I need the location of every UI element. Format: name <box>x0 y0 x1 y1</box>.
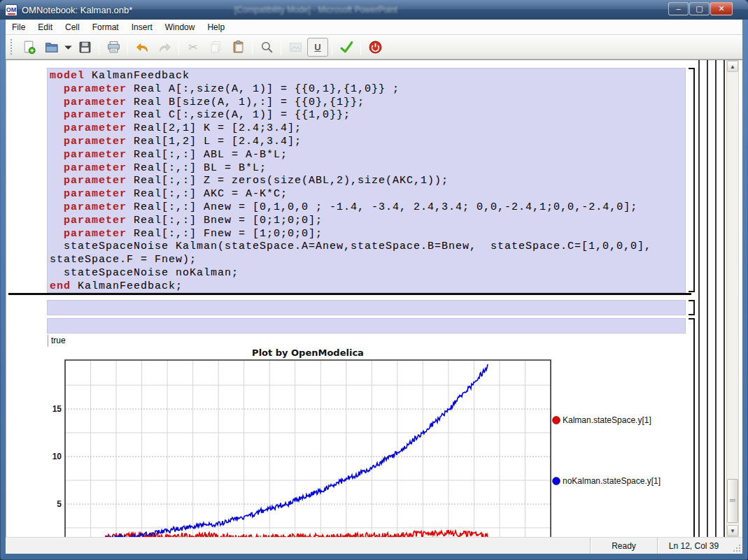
code-line: parameter Real C[:,size(A, 1)] = {{1,0}}… <box>50 109 685 122</box>
toolbar-grip-handle[interactable] <box>10 38 13 55</box>
toolbar-separator <box>99 38 99 55</box>
evaluate-button[interactable] <box>336 38 357 57</box>
new-cell-button[interactable] <box>18 38 39 57</box>
stop-button[interactable] <box>365 38 386 57</box>
open-folder-icon <box>44 40 59 55</box>
resize-grip[interactable] <box>730 541 742 554</box>
code-line: parameter Real[:,:] Z = zeros(size(ABL,2… <box>50 175 685 188</box>
copy-button[interactable] <box>205 38 226 57</box>
plot-command: plot({Kalman.stateSpace.y[1],noKalman.st… <box>78 332 463 333</box>
code-cell[interactable]: model KalmanFeedback parameter Real A[:,… <box>47 68 686 293</box>
simulate-cell[interactable]: simulate(KalmanFeedback,stopTime=3) <box>47 300 686 315</box>
y-tick-label: 5 <box>57 499 62 509</box>
toolbar-separator <box>360 38 361 55</box>
plot-svg: 51015Plot by OpenModelicaKalman.stateSpa… <box>48 347 689 537</box>
y-tick-label: 15 <box>52 404 62 414</box>
toolbar-separator <box>252 38 253 55</box>
code-line: parameter Real[:,:] Fnew = [1;0;0;0]; <box>50 228 685 241</box>
power-icon <box>368 40 383 55</box>
y-tick-label: 10 <box>52 452 62 461</box>
save-icon <box>78 40 92 55</box>
underline-button[interactable]: U <box>307 38 328 57</box>
cut-button[interactable]: ✂ <box>183 38 204 57</box>
code-line: parameter Real[:,:] AKC = A-K*C; <box>50 188 685 201</box>
toolbar-separator <box>332 38 332 55</box>
open-notebook-button[interactable] <box>41 38 62 57</box>
window-title: OMNotebook: Kalman.onb* <box>22 5 132 15</box>
status-bar: Ready Ln 12, Col 39 <box>6 537 742 554</box>
code-line: stateSpaceNoise Kalman(stateSpace.A=Anew… <box>50 240 685 254</box>
cell-cursor-line <box>8 293 691 295</box>
code-line: parameter Real B[size(A, 1),:] = {{0},{1… <box>50 96 685 110</box>
undo-button[interactable] <box>132 38 153 57</box>
underline-icon: U <box>314 42 320 52</box>
paste-button[interactable] <box>227 38 248 57</box>
group-bracket-line <box>707 60 708 537</box>
paste-icon <box>231 40 246 55</box>
image-icon <box>288 40 303 55</box>
scroll-up-button[interactable]: ▲ <box>727 61 738 72</box>
menu-item-format[interactable]: Format <box>86 21 125 34</box>
search-button[interactable] <box>256 38 277 57</box>
toolbar-separator <box>127 38 128 55</box>
check-icon <box>339 40 354 55</box>
code-line: parameter Real[2,1] K = [2.4;3.4]; <box>50 122 685 136</box>
group-bracket-line <box>698 60 700 537</box>
code-line: parameter Real[:,:] Anew = [0,1,0,0 ; -1… <box>50 201 685 215</box>
code-line: parameter Real[:,:] BL = B*L; <box>50 162 685 175</box>
window-titlebar[interactable]: OM OMNotebook: Kalman.onb* [Compatibilit… <box>0 0 748 20</box>
legend-marker <box>553 417 560 424</box>
status-cursor-position: Ln 12, Col 39 <box>657 538 730 554</box>
menu-item-file[interactable]: File <box>6 21 31 34</box>
menu-item-help[interactable]: Help <box>201 21 231 34</box>
scroll-down-button[interactable]: ▼ <box>727 525 738 536</box>
legend-marker <box>553 478 560 485</box>
maximize-button[interactable]: ▢ <box>689 2 710 15</box>
close-button[interactable]: ✕ <box>710 2 733 15</box>
simulate-cell-bracket[interactable] <box>689 300 695 315</box>
menu-bar: FileEditCellFormatInsertWindowHelp <box>6 20 742 35</box>
plot-group-bracket[interactable] <box>689 318 695 537</box>
code-cell-bracket[interactable] <box>689 68 695 292</box>
menu-item-window[interactable]: Window <box>159 21 202 34</box>
redo-button[interactable] <box>154 38 175 57</box>
copy-icon <box>209 40 223 55</box>
code-line: parameter Real[:,:] ABL = A-B*L; <box>50 149 685 162</box>
code-line: parameter Real[1,2] L = [2.4,3.4]; <box>50 136 685 149</box>
search-icon <box>260 40 274 55</box>
legend-label: Kalman.stateSpace.y[1] <box>563 415 651 425</box>
code-line: model KalmanFeedback <box>50 70 685 83</box>
app-icon: OM <box>5 4 17 16</box>
status-ready: Ready <box>590 538 657 554</box>
background-window-title: [Compatibility Mode] - Microsoft PowerPo… <box>234 5 397 15</box>
save-button[interactable] <box>74 38 95 57</box>
code-line: parameter Real A[:,size(A, 1)] = {{0,1},… <box>50 83 685 96</box>
toolbar: ✂U <box>6 35 742 59</box>
app-window: OM OMNotebook: Kalman.onb* [Compatibilit… <box>0 0 748 560</box>
menu-item-insert[interactable]: Insert <box>125 21 159 34</box>
code-line: stateSpace.F = Fnew); <box>50 254 685 267</box>
code-line: parameter Real[:,:] Bnew = [0;1;0;0]; <box>50 215 685 228</box>
code-line: end KalmanFeedback; <box>50 280 685 293</box>
plot-output-cell: 51015Plot by OpenModelicaKalman.stateSpa… <box>48 347 689 537</box>
group-bracket-line <box>724 60 725 537</box>
menu-item-edit[interactable]: Edit <box>31 21 59 34</box>
evaluation-output: true <box>48 335 686 347</box>
print-button[interactable] <box>103 38 124 57</box>
simulate-command: simulate(KalmanFeedback,stopTime=3) <box>78 314 323 315</box>
plot-command-cell[interactable]: plot({Kalman.stateSpace.y[1],noKalman.st… <box>47 318 686 333</box>
cut-icon: ✂ <box>188 41 197 54</box>
undo-icon <box>135 40 150 55</box>
vertical-scrollbar[interactable]: ▲ ▼ <box>726 60 739 537</box>
insert-image-button[interactable] <box>285 38 306 57</box>
group-bracket-line <box>715 60 717 537</box>
toolbar-separator <box>178 38 179 55</box>
menu-item-cell[interactable]: Cell <box>59 21 86 34</box>
open-dropdown-button[interactable] <box>63 38 73 57</box>
scrollbar-thumb[interactable] <box>727 479 738 523</box>
new-document-icon <box>22 40 36 55</box>
chevron-down-icon <box>61 40 76 55</box>
minimize-button[interactable]: – <box>668 2 689 15</box>
toolbar-separator <box>281 38 281 55</box>
print-icon <box>106 40 121 55</box>
